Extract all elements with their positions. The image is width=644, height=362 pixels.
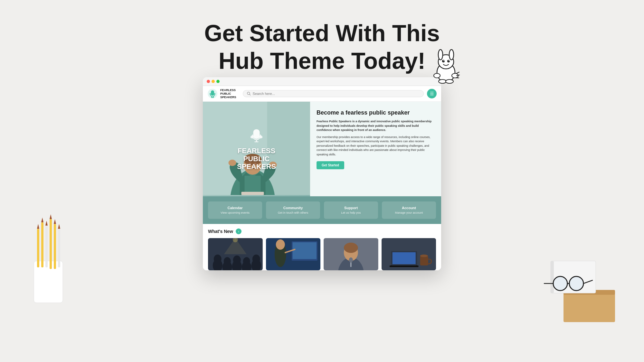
logo-text: FEARLESS PUBLIC SPEAKERS [220,88,236,99]
svg-point-3 [449,50,454,60]
hero-intro: Fearless Public Speakers is a dynamic an… [317,119,435,133]
svg-point-5 [447,60,450,62]
svg-rect-21 [58,229,60,267]
svg-marker-22 [37,224,39,229]
nav-card-support-desc: Let us help you [327,211,375,214]
svg-rect-19 [50,219,52,269]
headline-line1: Get Started With This [204,20,440,46]
svg-point-83 [420,255,428,257]
nav-card-account[interactable]: Account Manage your account [382,201,436,219]
svg-rect-82 [420,256,428,265]
svg-point-8 [434,73,440,78]
news-card-1[interactable] [208,238,263,270]
search-bar[interactable] [243,90,424,97]
maximize-window-dot[interactable] [216,80,220,83]
site-logo: FEARLESS PUBLIC SPEAKERS [207,88,240,99]
svg-point-2 [438,50,443,60]
arrow-right-icon: › [238,230,239,233]
hero-logo-text: FEARLESS PUBLIC SPEAKERS [237,147,276,171]
browser-window: FEARLESS PUBLIC SPEAKERS ☰ [203,77,441,270]
nav-card-calendar-title: Calendar [211,206,259,210]
nav-card-support-title: Support [327,206,375,210]
svg-rect-18 [45,226,48,267]
nav-card-community-desc: Get in touch with others [269,211,317,214]
whats-new-section: What's New › [203,224,441,270]
main-headline: Get Started With This Hub Theme Today! [0,19,644,75]
svg-point-10 [439,79,446,83]
svg-point-62 [243,257,250,265]
hero-content: Become a fearless public speaker Fearles… [310,102,441,196]
svg-marker-23 [41,218,43,222]
hero-logo-overlay: FEARLESS PUBLIC SPEAKERS [237,128,276,171]
svg-marker-27 [58,224,60,229]
nav-card-account-title: Account [385,206,433,210]
nav-card-calendar[interactable]: Calendar View upcoming events [208,201,262,219]
svg-rect-51 [242,192,264,195]
hero-body: Our membership provides access to a wide… [317,135,435,157]
nav-card-community-title: Community [269,206,317,210]
browser-chrome [203,77,441,86]
svg-point-58 [224,257,231,265]
search-input[interactable] [253,92,420,96]
svg-marker-25 [50,214,52,219]
close-window-dot[interactable] [207,80,210,83]
svg-point-6 [443,60,444,61]
svg-rect-80 [389,265,418,267]
svg-point-56 [214,255,222,264]
svg-point-74 [344,243,358,253]
svg-line-40 [250,94,251,95]
hero-title: Become a fearless public speaker [317,109,435,116]
svg-point-7 [449,60,450,61]
svg-line-12 [457,72,459,73]
svg-rect-81 [392,252,415,264]
hero-intro-bold: Fearless Public Speakers is a dynamic an… [317,120,431,132]
svg-point-4 [442,60,445,62]
nav-card-account-desc: Manage your account [385,211,433,214]
pencil-cup-decoration [19,197,77,311]
mascot-character [428,48,464,84]
svg-point-49 [229,160,236,166]
svg-rect-68 [292,242,316,259]
whats-new-arrow[interactable]: › [236,228,242,234]
news-card-3[interactable] [324,238,378,270]
svg-point-64 [252,255,260,264]
menu-icon: ☰ [430,91,434,96]
hero-logo-icon [247,128,266,144]
hero-image: FEARLESS PUBLIC SPEAKERS [203,102,310,196]
glasses-decoration [538,248,634,330]
hero-section: FEARLESS PUBLIC SPEAKERS Become a fearle… [203,102,441,196]
svg-rect-31 [551,261,554,293]
logo-svg-icon [207,88,218,99]
nav-card-community[interactable]: Community Get in touch with others [266,201,320,219]
svg-marker-24 [45,221,48,226]
section-header: What's New › [208,228,436,234]
headline-line2: Hub Theme Today! [219,48,426,74]
news-card-2[interactable] [266,238,321,270]
news-card-4[interactable] [382,238,436,270]
window-controls [207,80,220,83]
search-icon [247,92,251,96]
nav-card-support[interactable]: Support Let us help you [324,201,378,219]
menu-button[interactable]: ☰ [427,89,437,98]
get-started-button[interactable]: Get Started [317,161,344,169]
svg-point-33 [569,276,583,291]
nav-card-calendar-desc: View upcoming events [211,211,259,214]
svg-rect-17 [41,222,43,267]
site-navbar: FEARLESS PUBLIC SPEAKERS ☰ [203,86,441,102]
svg-marker-26 [54,219,56,224]
svg-rect-20 [54,224,56,269]
whats-new-title: What's New [208,229,233,234]
svg-point-32 [553,276,567,291]
minimize-window-dot[interactable] [212,80,215,83]
svg-point-11 [446,79,453,83]
nav-cards-section: Calendar View upcoming events Community … [203,196,441,224]
news-grid [208,238,436,270]
svg-point-76 [349,257,353,263]
svg-point-70 [276,239,285,250]
svg-rect-16 [37,229,39,267]
svg-point-60 [233,255,241,265]
